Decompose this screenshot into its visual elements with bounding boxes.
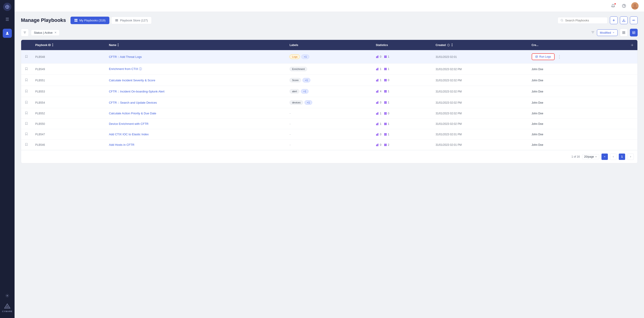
svg-point-6: [624, 7, 624, 7]
svg-rect-103: [384, 144, 386, 145]
creator-name: John Doe: [532, 90, 543, 93]
bookmark-icon[interactable]: [25, 143, 28, 147]
next-page-button[interactable]: [628, 153, 634, 160]
stat-group: 1 1: [376, 67, 428, 71]
label-badge: devices: [290, 100, 303, 105]
bookmark-icon[interactable]: [25, 55, 28, 59]
sort-modified-button[interactable]: Modified: [597, 29, 618, 36]
status-filter-tag[interactable]: Status | Active ✕: [31, 30, 60, 36]
add-playbook-button[interactable]: [610, 17, 618, 24]
svg-rect-97: [384, 134, 386, 135]
playbook-id: PLB551: [35, 79, 45, 82]
stat-group: 0 1: [376, 55, 428, 58]
col-header-creator[interactable]: Cre...: [528, 40, 638, 50]
svg-rect-53: [378, 79, 378, 82]
sidebar-item-playbooks[interactable]: [3, 29, 12, 38]
svg-rect-92: [377, 133, 377, 135]
svg-rect-100: [377, 144, 377, 146]
svg-rect-25: [624, 33, 625, 34]
bookmark-icon[interactable]: [25, 132, 28, 136]
prev-page-button[interactable]: [610, 153, 616, 160]
notification-icon[interactable]: [610, 2, 617, 10]
stat-grid-icon: [384, 55, 387, 58]
cyware-logo: CYWARE: [2, 303, 12, 312]
search-icon: [560, 19, 564, 22]
bookmark-icon[interactable]: [25, 78, 28, 82]
menu-icon[interactable]: ☰: [4, 16, 10, 23]
app-logo[interactable]: [3, 3, 11, 11]
svg-rect-93: [378, 133, 378, 136]
playbook-name[interactable]: CFTR :: Incident On-boarding-Splunk Aler…: [109, 90, 164, 93]
svg-rect-59: [376, 91, 376, 93]
svg-rect-51: [376, 80, 376, 82]
user-avatar[interactable]: [631, 2, 638, 10]
bookmark-icon[interactable]: [25, 90, 28, 93]
playbook-name[interactable]: Add Hosts in CFTR: [109, 143, 134, 146]
svg-rect-50: [386, 69, 387, 70]
sidebar-item-settings[interactable]: [3, 291, 11, 300]
tab-playbook-store[interactable]: Playbook Store (127): [111, 17, 152, 24]
playbook-name[interactable]: Device Enrichment with CFTR: [109, 122, 148, 125]
playbook-name[interactable]: CFTR :: Add Threat Logs: [109, 55, 142, 59]
playbook-id: PLB550: [35, 122, 45, 125]
stat-val-2: 0: [388, 79, 389, 82]
stat-val-1: 1: [380, 122, 382, 125]
playbook-name[interactable]: Calculate Action Priority & Due Date: [109, 112, 156, 115]
created-date: 31/01/2023 02:01: [436, 55, 456, 59]
tab-my-playbooks[interactable]: My Playbooks (319): [70, 17, 110, 24]
col-header-id[interactable]: Playbook ID ▲▼: [32, 40, 105, 50]
bookmark-icon[interactable]: [25, 111, 28, 115]
stat-item-2: 1: [384, 133, 389, 136]
filter-right: Modified: [591, 29, 638, 37]
label-badge: Logs: [290, 54, 300, 59]
col-header-stats: Statistics: [372, 40, 432, 50]
creator-name: John Doe: [532, 122, 543, 125]
creator-name: John Doe: [532, 143, 543, 146]
sort-direction-icon[interactable]: [591, 31, 595, 35]
bookmark-icon[interactable]: [25, 101, 28, 105]
stat-group: 1 1: [376, 122, 428, 125]
page-up-button[interactable]: [602, 153, 608, 160]
stat-item-2: 0: [384, 79, 389, 82]
bookmark-icon[interactable]: [25, 122, 28, 126]
stat-item-1: 1: [376, 122, 382, 125]
view-grid-button[interactable]: [620, 29, 628, 37]
col-header-created[interactable]: Created ▲▼: [432, 40, 528, 50]
help-icon[interactable]: [620, 2, 628, 10]
label-group: alert+1: [290, 89, 368, 94]
stat-item-1: 0: [376, 101, 382, 104]
page-size-selector[interactable]: 20/page: [582, 154, 599, 159]
playbook-name[interactable]: Calculate Incident Severity & Score: [109, 79, 155, 82]
svg-rect-95: [384, 133, 386, 134]
svg-rect-44: [377, 68, 377, 70]
playbook-id: PLB547: [35, 133, 45, 136]
col-header-name[interactable]: Name ▲▼: [105, 40, 286, 50]
playbook-id: PLB554: [35, 101, 45, 104]
playbook-id: PLB552: [35, 112, 45, 115]
stat-grid-icon: [384, 79, 387, 82]
current-page-number[interactable]: 1: [619, 153, 625, 160]
svg-rect-96: [386, 133, 387, 134]
search-box[interactable]: [558, 17, 608, 24]
filter-left: Status | Active ✕: [21, 29, 60, 37]
bookmark-icon[interactable]: [25, 67, 28, 71]
playbook-name[interactable]: Enrichment from CTIX ⓘ: [109, 67, 142, 71]
label-badge: +1: [301, 54, 309, 59]
filter-close-icon[interactable]: ✕: [54, 31, 56, 34]
stat-chart-icon: [376, 101, 379, 104]
stat-group: 0 1: [376, 101, 428, 104]
view-table-button[interactable]: [630, 29, 638, 37]
extra-action-button[interactable]: [630, 17, 638, 24]
playbook-name[interactable]: CFTR :: Search and Update Devices: [109, 101, 157, 104]
stat-val-1: 1: [380, 67, 382, 71]
playbook-name[interactable]: Add CTIX IOC to Elastic Index: [109, 132, 149, 136]
stat-item-1: 4: [376, 90, 382, 93]
search-input[interactable]: [565, 19, 605, 22]
page-header: Manage Playbooks My Playbooks (319): [21, 17, 638, 24]
more-options-button[interactable]: ⋮: [556, 54, 562, 59]
import-button[interactable]: [620, 17, 628, 24]
playbook-id: PLB548: [35, 55, 45, 59]
filter-toggle-button[interactable]: [21, 29, 29, 37]
table-row: PLB551Calculate Incident Severity & Scor…: [21, 75, 638, 86]
run-logs-button[interactable]: Run Logs: [532, 53, 555, 60]
